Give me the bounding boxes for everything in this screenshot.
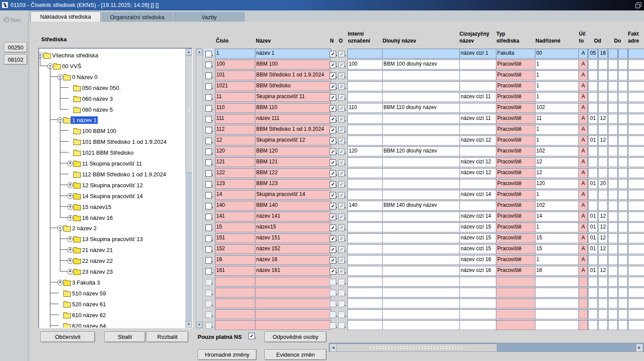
cell-intern[interactable] (347, 298, 384, 308)
row-select-checkbox[interactable] (205, 116, 212, 123)
cell-dlouhy[interactable] (382, 190, 461, 200)
responsible-persons-button[interactable]: Odpovědné osoby (264, 331, 327, 342)
cell-fakt[interactable] (628, 179, 644, 189)
cell-typ[interactable]: Pracoviště (496, 114, 537, 124)
cell-nadrizene[interactable]: 15 (535, 233, 580, 243)
cell-od1[interactable]: 01 (588, 222, 598, 232)
cell-nadrizene[interactable]: 1 (535, 125, 580, 135)
cell-do2[interactable] (618, 320, 628, 330)
row-select-checkbox[interactable] (205, 214, 212, 220)
cell-ucto[interactable]: A (578, 201, 588, 211)
cell-do2[interactable] (618, 125, 628, 135)
cell-nadrizene[interactable] (535, 298, 580, 308)
cell-cizi[interactable]: název cizí 15 (459, 222, 498, 232)
cell-nadrizene[interactable]: 1 (535, 255, 580, 265)
cell-cizi[interactable] (459, 81, 498, 91)
cell-od2[interactable] (598, 201, 608, 211)
cell-cizi[interactable] (459, 320, 498, 330)
cell-ucto[interactable]: A (578, 60, 588, 70)
n-checkbox[interactable]: ✓ (330, 268, 336, 275)
cell-od1[interactable]: 01 (588, 244, 598, 254)
cell-ucto[interactable]: A (578, 114, 588, 124)
cell-nadrizene[interactable]: 102 (535, 201, 580, 211)
o-checkbox[interactable]: ✓ (338, 192, 345, 199)
cell-intern[interactable] (347, 244, 384, 254)
cell-dlouhy[interactable]: BBM 140 dlouhý název (382, 201, 461, 211)
cell-cislo[interactable]: 11 (215, 92, 257, 102)
cell-od2[interactable]: 12 (598, 114, 608, 124)
cell-cislo[interactable]: 16 (215, 255, 257, 265)
cell-cislo[interactable] (215, 309, 257, 319)
cell-typ[interactable] (496, 298, 537, 308)
cell-cislo[interactable] (215, 320, 257, 330)
cell-typ[interactable]: Pracoviště (496, 212, 537, 222)
cell-do2[interactable] (618, 179, 628, 189)
row-select-checkbox[interactable] (205, 225, 212, 231)
cell-fakt[interactable] (628, 114, 644, 124)
cell-intern[interactable] (347, 114, 384, 124)
o-checkbox[interactable]: ✓ (338, 170, 345, 177)
row-select-checkbox[interactable] (205, 257, 212, 264)
cell-fakt[interactable] (628, 125, 644, 135)
cell-ucto[interactable]: A (578, 233, 588, 243)
cell-ucto[interactable]: A (578, 136, 588, 146)
n-checkbox[interactable]: ✓ (330, 105, 336, 112)
cell-intern[interactable] (347, 255, 384, 265)
cell-typ[interactable] (496, 277, 537, 287)
cell-nazev[interactable]: název 161 (255, 266, 331, 276)
cell-fakt[interactable] (628, 49, 644, 59)
cell-ucto[interactable]: A (578, 244, 588, 254)
cell-od1[interactable]: 01 (588, 114, 598, 124)
cell-dlouhy[interactable] (382, 298, 461, 308)
cell-cislo[interactable] (215, 288, 257, 298)
cell-do2[interactable] (618, 233, 628, 243)
n-checkbox[interactable]: ✓ (330, 116, 336, 123)
cell-cizi[interactable]: název cizí 15 (459, 244, 498, 254)
cell-nazev[interactable]: Skupina pracovišť 14 (255, 190, 331, 200)
cell-od2[interactable] (598, 277, 608, 287)
cell-do2[interactable] (618, 70, 628, 80)
scroll-right-icon[interactable]: ► (636, 344, 643, 352)
cell-ucto[interactable]: A (578, 255, 588, 265)
change-log-button[interactable]: Evidence změn (264, 349, 327, 360)
cell-do1[interactable] (608, 266, 618, 276)
cell-od1[interactable] (588, 81, 598, 91)
cell-nazev[interactable]: název 1 (255, 49, 331, 59)
n-checkbox[interactable]: ✓ (330, 257, 336, 264)
cell-dlouhy[interactable] (382, 179, 461, 189)
cell-nadrizene[interactable]: 11 (535, 114, 580, 124)
cell-typ[interactable]: Pracoviště (496, 157, 537, 167)
n-checkbox[interactable]: ✓ (330, 127, 336, 133)
o-checkbox[interactable]: ✓ (338, 83, 345, 90)
cell-od1[interactable] (588, 60, 598, 70)
o-checkbox[interactable]: ✓ (338, 73, 345, 79)
row-select-checkbox[interactable] (205, 268, 212, 275)
n-checkbox[interactable]: ✓ (330, 149, 336, 155)
cell-dlouhy[interactable] (382, 157, 461, 167)
restore-window-icon[interactable] (637, 2, 641, 7)
row-select-checkbox[interactable] (205, 73, 212, 79)
cell-nadrizene[interactable]: 1 (535, 92, 580, 102)
cell-od2[interactable]: 12 (598, 266, 608, 276)
o-checkbox[interactable]: ✓ (338, 214, 345, 220)
cell-dlouhy[interactable] (382, 277, 461, 287)
o-checkbox[interactable]: ✓ (338, 235, 345, 242)
cell-cizi[interactable]: název cizí 16 (459, 255, 498, 265)
cell-do2[interactable] (618, 92, 628, 102)
cell-dlouhy[interactable] (382, 212, 461, 222)
cell-do2[interactable] (618, 277, 628, 287)
cell-dlouhy[interactable] (382, 222, 461, 232)
cell-od1[interactable] (588, 103, 598, 113)
cell-ucto[interactable]: A (578, 222, 588, 232)
cell-dlouhy[interactable] (382, 81, 461, 91)
cell-nadrizene[interactable]: 1 (535, 70, 580, 80)
cell-nazev[interactable]: BBM 100 (255, 60, 331, 70)
cell-nadrizene[interactable]: 1 (535, 222, 580, 232)
cell-od2[interactable] (598, 60, 608, 70)
cell-cizi[interactable]: název cizí 1 (459, 49, 498, 59)
cell-fakt[interactable] (628, 244, 644, 254)
cell-cizi[interactable] (459, 277, 498, 287)
cell-od1[interactable] (588, 70, 598, 80)
cell-intern[interactable] (347, 157, 384, 167)
n-checkbox[interactable]: ✓ (330, 235, 336, 242)
